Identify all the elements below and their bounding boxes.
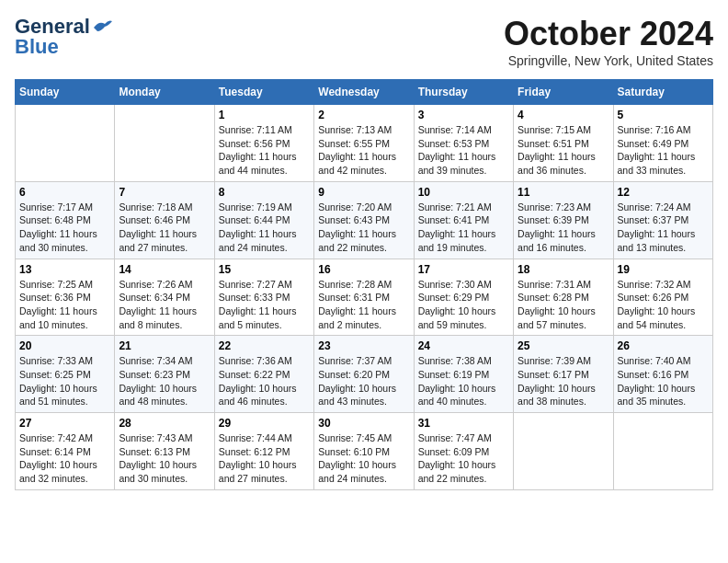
- logo: General Blue: [15, 15, 112, 59]
- day-number: 4: [518, 109, 609, 121]
- logo-blue-text: Blue: [15, 35, 59, 59]
- cell-content: Sunrise: 7:11 AM Sunset: 6:56 PM Dayligh…: [219, 123, 310, 178]
- cell-content: Sunrise: 7:14 AM Sunset: 6:53 PM Dayligh…: [418, 123, 509, 178]
- cell-content: Sunrise: 7:20 AM Sunset: 6:43 PM Dayligh…: [318, 201, 409, 255]
- title-area: October 2024 Springville, New York, Unit…: [504, 15, 713, 68]
- calendar-cell: [613, 413, 712, 490]
- month-title: October 2024: [504, 15, 713, 53]
- week-row-2: 6Sunrise: 7:17 AM Sunset: 6:48 PM Daylig…: [16, 181, 713, 259]
- day-number: 19: [618, 263, 709, 276]
- calendar-cell: 21Sunrise: 7:34 AM Sunset: 6:23 PM Dayli…: [115, 336, 214, 413]
- cell-content: Sunrise: 7:37 AM Sunset: 6:20 PM Dayligh…: [318, 354, 409, 408]
- calendar-cell: 20Sunrise: 7:33 AM Sunset: 6:25 PM Dayli…: [16, 336, 115, 413]
- calendar-cell: 3Sunrise: 7:14 AM Sunset: 6:53 PM Daylig…: [414, 105, 513, 182]
- calendar-cell: 23Sunrise: 7:37 AM Sunset: 6:20 PM Dayli…: [314, 336, 414, 413]
- calendar-cell: 10Sunrise: 7:21 AM Sunset: 6:41 PM Dayli…: [414, 181, 513, 259]
- header-day-saturday: Saturday: [613, 80, 712, 105]
- day-number: 5: [618, 109, 709, 121]
- cell-content: Sunrise: 7:38 AM Sunset: 6:19 PM Dayligh…: [418, 354, 509, 408]
- day-number: 14: [119, 263, 210, 276]
- cell-content: Sunrise: 7:16 AM Sunset: 6:49 PM Dayligh…: [618, 123, 709, 178]
- day-number: 11: [518, 186, 609, 199]
- calendar-cell: 12Sunrise: 7:24 AM Sunset: 6:37 PM Dayli…: [613, 181, 712, 259]
- cell-content: Sunrise: 7:24 AM Sunset: 6:37 PM Dayligh…: [618, 201, 709, 255]
- day-number: 18: [518, 263, 609, 276]
- day-number: 31: [418, 417, 509, 430]
- calendar-cell: 31Sunrise: 7:47 AM Sunset: 6:09 PM Dayli…: [414, 413, 513, 490]
- cell-content: Sunrise: 7:32 AM Sunset: 6:26 PM Dayligh…: [618, 278, 709, 332]
- cell-content: Sunrise: 7:42 AM Sunset: 6:14 PM Dayligh…: [19, 431, 110, 486]
- calendar-cell: 16Sunrise: 7:28 AM Sunset: 6:31 PM Dayli…: [314, 259, 414, 336]
- calendar-cell: 17Sunrise: 7:30 AM Sunset: 6:29 PM Dayli…: [414, 259, 513, 336]
- cell-content: Sunrise: 7:31 AM Sunset: 6:28 PM Dayligh…: [518, 278, 609, 332]
- calendar-cell: 27Sunrise: 7:42 AM Sunset: 6:14 PM Dayli…: [16, 413, 115, 490]
- day-number: 25: [518, 339, 609, 352]
- cell-content: Sunrise: 7:39 AM Sunset: 6:17 PM Dayligh…: [518, 354, 609, 408]
- cell-content: Sunrise: 7:40 AM Sunset: 6:16 PM Dayligh…: [618, 354, 709, 408]
- cell-content: Sunrise: 7:44 AM Sunset: 6:12 PM Dayligh…: [219, 431, 310, 486]
- cell-content: Sunrise: 7:47 AM Sunset: 6:09 PM Dayligh…: [418, 431, 509, 486]
- header-day-thursday: Thursday: [414, 80, 513, 105]
- calendar-table: SundayMondayTuesdayWednesdayThursdayFrid…: [15, 79, 713, 490]
- day-number: 2: [318, 109, 409, 121]
- cell-content: Sunrise: 7:36 AM Sunset: 6:22 PM Dayligh…: [219, 354, 310, 408]
- cell-content: Sunrise: 7:21 AM Sunset: 6:41 PM Dayligh…: [418, 201, 509, 255]
- day-number: 24: [418, 339, 509, 352]
- day-number: 21: [119, 339, 210, 352]
- day-number: 15: [219, 263, 310, 276]
- header-day-tuesday: Tuesday: [214, 80, 313, 105]
- day-number: 22: [219, 339, 310, 352]
- day-number: 10: [418, 186, 509, 199]
- calendar-cell: 15Sunrise: 7:27 AM Sunset: 6:33 PM Dayli…: [214, 259, 313, 336]
- cell-content: Sunrise: 7:30 AM Sunset: 6:29 PM Dayligh…: [418, 278, 509, 332]
- header-day-sunday: Sunday: [16, 80, 115, 105]
- day-number: 28: [119, 417, 210, 430]
- cell-content: Sunrise: 7:25 AM Sunset: 6:36 PM Dayligh…: [19, 278, 110, 332]
- calendar-cell: 11Sunrise: 7:23 AM Sunset: 6:39 PM Dayli…: [514, 181, 613, 259]
- day-number: 9: [318, 186, 409, 199]
- calendar-cell: 5Sunrise: 7:16 AM Sunset: 6:49 PM Daylig…: [613, 105, 712, 182]
- calendar-cell: 30Sunrise: 7:45 AM Sunset: 6:10 PM Dayli…: [314, 413, 414, 490]
- day-number: 23: [318, 339, 409, 352]
- day-number: 1: [219, 109, 310, 121]
- day-number: 27: [19, 417, 110, 430]
- header-day-monday: Monday: [115, 80, 214, 105]
- cell-content: Sunrise: 7:26 AM Sunset: 6:34 PM Dayligh…: [119, 278, 210, 332]
- calendar-cell: [16, 105, 115, 182]
- day-number: 17: [418, 263, 509, 276]
- calendar-cell: 9Sunrise: 7:20 AM Sunset: 6:43 PM Daylig…: [314, 181, 414, 259]
- day-number: 12: [618, 186, 709, 199]
- calendar-cell: 2Sunrise: 7:13 AM Sunset: 6:55 PM Daylig…: [314, 105, 414, 182]
- calendar-cell: 26Sunrise: 7:40 AM Sunset: 6:16 PM Dayli…: [613, 336, 712, 413]
- cell-content: Sunrise: 7:43 AM Sunset: 6:13 PM Dayligh…: [119, 431, 210, 486]
- header-day-friday: Friday: [514, 80, 613, 105]
- cell-content: Sunrise: 7:45 AM Sunset: 6:10 PM Dayligh…: [318, 431, 409, 486]
- header-row: SundayMondayTuesdayWednesdayThursdayFrid…: [16, 80, 713, 105]
- calendar-cell: 22Sunrise: 7:36 AM Sunset: 6:22 PM Dayli…: [214, 336, 313, 413]
- day-number: 20: [19, 339, 110, 352]
- page-header: General Blue October 2024 Springville, N…: [15, 15, 713, 68]
- logo-bird-icon: [92, 18, 112, 35]
- day-number: 29: [219, 417, 310, 430]
- day-number: 6: [19, 186, 110, 199]
- day-number: 7: [119, 186, 210, 199]
- calendar-cell: 7Sunrise: 7:18 AM Sunset: 6:46 PM Daylig…: [115, 181, 214, 259]
- calendar-cell: 8Sunrise: 7:19 AM Sunset: 6:44 PM Daylig…: [214, 181, 313, 259]
- cell-content: Sunrise: 7:19 AM Sunset: 6:44 PM Dayligh…: [219, 201, 310, 255]
- location: Springville, New York, United States: [504, 53, 713, 68]
- day-number: 8: [219, 186, 310, 199]
- calendar-cell: 6Sunrise: 7:17 AM Sunset: 6:48 PM Daylig…: [16, 181, 115, 259]
- day-number: 26: [618, 339, 709, 352]
- cell-content: Sunrise: 7:13 AM Sunset: 6:55 PM Dayligh…: [318, 123, 409, 178]
- calendar-cell: 13Sunrise: 7:25 AM Sunset: 6:36 PM Dayli…: [16, 259, 115, 336]
- calendar-cell: 28Sunrise: 7:43 AM Sunset: 6:13 PM Dayli…: [115, 413, 214, 490]
- week-row-5: 27Sunrise: 7:42 AM Sunset: 6:14 PM Dayli…: [16, 413, 713, 490]
- day-number: 3: [418, 109, 509, 121]
- cell-content: Sunrise: 7:34 AM Sunset: 6:23 PM Dayligh…: [119, 354, 210, 408]
- calendar-cell: 14Sunrise: 7:26 AM Sunset: 6:34 PM Dayli…: [115, 259, 214, 336]
- day-number: 30: [318, 417, 409, 430]
- calendar-cell: 25Sunrise: 7:39 AM Sunset: 6:17 PM Dayli…: [514, 336, 613, 413]
- cell-content: Sunrise: 7:28 AM Sunset: 6:31 PM Dayligh…: [318, 278, 409, 332]
- day-number: 13: [19, 263, 110, 276]
- cell-content: Sunrise: 7:27 AM Sunset: 6:33 PM Dayligh…: [219, 278, 310, 332]
